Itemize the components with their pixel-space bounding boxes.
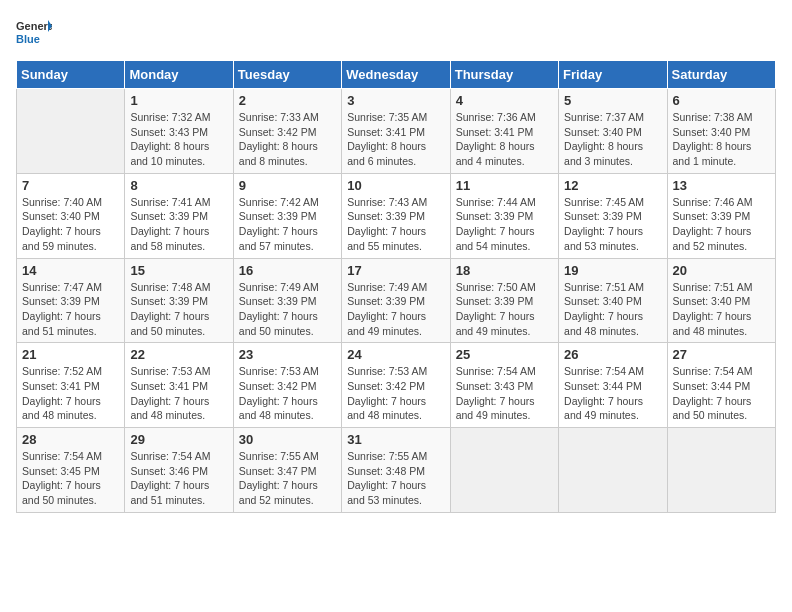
daylight: Daylight: 8 hours and 10 minutes. bbox=[130, 140, 209, 167]
calendar-cell: 13 Sunrise: 7:46 AM Sunset: 3:39 PM Dayl… bbox=[667, 173, 775, 258]
day-number: 4 bbox=[456, 93, 553, 108]
daylight: Daylight: 7 hours and 48 minutes. bbox=[239, 395, 318, 422]
sunset: Sunset: 3:39 PM bbox=[456, 295, 534, 307]
day-number: 8 bbox=[130, 178, 227, 193]
calendar-cell: 26 Sunrise: 7:54 AM Sunset: 3:44 PM Dayl… bbox=[559, 343, 667, 428]
day-number: 10 bbox=[347, 178, 444, 193]
sunset: Sunset: 3:40 PM bbox=[673, 295, 751, 307]
sunrise: Sunrise: 7:53 AM bbox=[347, 365, 427, 377]
day-number: 31 bbox=[347, 432, 444, 447]
sunset: Sunset: 3:39 PM bbox=[456, 210, 534, 222]
sunset: Sunset: 3:45 PM bbox=[22, 465, 100, 477]
day-number: 1 bbox=[130, 93, 227, 108]
sunrise: Sunrise: 7:54 AM bbox=[130, 450, 210, 462]
sunrise: Sunrise: 7:55 AM bbox=[239, 450, 319, 462]
sunrise: Sunrise: 7:42 AM bbox=[239, 196, 319, 208]
daylight: Daylight: 7 hours and 48 minutes. bbox=[564, 310, 643, 337]
daylight: Daylight: 7 hours and 48 minutes. bbox=[22, 395, 101, 422]
calendar-cell: 30 Sunrise: 7:55 AM Sunset: 3:47 PM Dayl… bbox=[233, 428, 341, 513]
daylight: Daylight: 7 hours and 51 minutes. bbox=[22, 310, 101, 337]
sunset: Sunset: 3:41 PM bbox=[456, 126, 534, 138]
sunset: Sunset: 3:46 PM bbox=[130, 465, 208, 477]
day-header-friday: Friday bbox=[559, 61, 667, 89]
daylight: Daylight: 7 hours and 59 minutes. bbox=[22, 225, 101, 252]
day-header-saturday: Saturday bbox=[667, 61, 775, 89]
calendar-cell bbox=[17, 89, 125, 174]
calendar-cell: 1 Sunrise: 7:32 AM Sunset: 3:43 PM Dayli… bbox=[125, 89, 233, 174]
calendar-cell: 9 Sunrise: 7:42 AM Sunset: 3:39 PM Dayli… bbox=[233, 173, 341, 258]
daylight: Daylight: 7 hours and 53 minutes. bbox=[347, 479, 426, 506]
svg-text:General: General bbox=[16, 20, 52, 32]
sunrise: Sunrise: 7:55 AM bbox=[347, 450, 427, 462]
calendar-cell: 27 Sunrise: 7:54 AM Sunset: 3:44 PM Dayl… bbox=[667, 343, 775, 428]
sunset: Sunset: 3:43 PM bbox=[130, 126, 208, 138]
sunset: Sunset: 3:42 PM bbox=[239, 126, 317, 138]
calendar-cell bbox=[667, 428, 775, 513]
calendar-cell bbox=[450, 428, 558, 513]
calendar-cell: 14 Sunrise: 7:47 AM Sunset: 3:39 PM Dayl… bbox=[17, 258, 125, 343]
sunset: Sunset: 3:39 PM bbox=[130, 295, 208, 307]
sunrise: Sunrise: 7:41 AM bbox=[130, 196, 210, 208]
day-header-thursday: Thursday bbox=[450, 61, 558, 89]
sunrise: Sunrise: 7:51 AM bbox=[673, 281, 753, 293]
calendar-cell: 24 Sunrise: 7:53 AM Sunset: 3:42 PM Dayl… bbox=[342, 343, 450, 428]
sunset: Sunset: 3:40 PM bbox=[673, 126, 751, 138]
day-number: 26 bbox=[564, 347, 661, 362]
logo: General Blue bbox=[16, 16, 52, 52]
sunrise: Sunrise: 7:49 AM bbox=[239, 281, 319, 293]
sunset: Sunset: 3:39 PM bbox=[239, 210, 317, 222]
sunrise: Sunrise: 7:51 AM bbox=[564, 281, 644, 293]
daylight: Daylight: 7 hours and 54 minutes. bbox=[456, 225, 535, 252]
sunrise: Sunrise: 7:32 AM bbox=[130, 111, 210, 123]
sunrise: Sunrise: 7:53 AM bbox=[239, 365, 319, 377]
sunset: Sunset: 3:39 PM bbox=[130, 210, 208, 222]
sunset: Sunset: 3:43 PM bbox=[456, 380, 534, 392]
daylight: Daylight: 7 hours and 53 minutes. bbox=[564, 225, 643, 252]
daylight: Daylight: 7 hours and 48 minutes. bbox=[673, 310, 752, 337]
sunrise: Sunrise: 7:37 AM bbox=[564, 111, 644, 123]
day-number: 9 bbox=[239, 178, 336, 193]
calendar-cell: 28 Sunrise: 7:54 AM Sunset: 3:45 PM Dayl… bbox=[17, 428, 125, 513]
calendar-cell: 19 Sunrise: 7:51 AM Sunset: 3:40 PM Dayl… bbox=[559, 258, 667, 343]
sunset: Sunset: 3:41 PM bbox=[347, 126, 425, 138]
calendar-cell: 3 Sunrise: 7:35 AM Sunset: 3:41 PM Dayli… bbox=[342, 89, 450, 174]
day-number: 19 bbox=[564, 263, 661, 278]
sunrise: Sunrise: 7:36 AM bbox=[456, 111, 536, 123]
day-number: 24 bbox=[347, 347, 444, 362]
svg-text:Blue: Blue bbox=[16, 33, 40, 45]
sunrise: Sunrise: 7:40 AM bbox=[22, 196, 102, 208]
sunset: Sunset: 3:40 PM bbox=[22, 210, 100, 222]
daylight: Daylight: 7 hours and 52 minutes. bbox=[673, 225, 752, 252]
calendar-cell: 23 Sunrise: 7:53 AM Sunset: 3:42 PM Dayl… bbox=[233, 343, 341, 428]
day-header-tuesday: Tuesday bbox=[233, 61, 341, 89]
calendar-cell bbox=[559, 428, 667, 513]
sunrise: Sunrise: 7:45 AM bbox=[564, 196, 644, 208]
sunrise: Sunrise: 7:54 AM bbox=[564, 365, 644, 377]
calendar-cell: 25 Sunrise: 7:54 AM Sunset: 3:43 PM Dayl… bbox=[450, 343, 558, 428]
calendar-cell: 21 Sunrise: 7:52 AM Sunset: 3:41 PM Dayl… bbox=[17, 343, 125, 428]
daylight: Daylight: 7 hours and 49 minutes. bbox=[347, 310, 426, 337]
day-number: 2 bbox=[239, 93, 336, 108]
day-number: 23 bbox=[239, 347, 336, 362]
daylight: Daylight: 8 hours and 4 minutes. bbox=[456, 140, 535, 167]
sunset: Sunset: 3:39 PM bbox=[347, 295, 425, 307]
daylight: Daylight: 7 hours and 50 minutes. bbox=[130, 310, 209, 337]
daylight: Daylight: 8 hours and 3 minutes. bbox=[564, 140, 643, 167]
sunrise: Sunrise: 7:35 AM bbox=[347, 111, 427, 123]
day-number: 11 bbox=[456, 178, 553, 193]
daylight: Daylight: 7 hours and 57 minutes. bbox=[239, 225, 318, 252]
daylight: Daylight: 7 hours and 48 minutes. bbox=[130, 395, 209, 422]
daylight: Daylight: 7 hours and 49 minutes. bbox=[456, 310, 535, 337]
sunrise: Sunrise: 7:33 AM bbox=[239, 111, 319, 123]
day-number: 28 bbox=[22, 432, 119, 447]
day-number: 15 bbox=[130, 263, 227, 278]
sunrise: Sunrise: 7:53 AM bbox=[130, 365, 210, 377]
calendar-cell: 17 Sunrise: 7:49 AM Sunset: 3:39 PM Dayl… bbox=[342, 258, 450, 343]
sunset: Sunset: 3:41 PM bbox=[130, 380, 208, 392]
day-number: 20 bbox=[673, 263, 770, 278]
daylight: Daylight: 7 hours and 51 minutes. bbox=[130, 479, 209, 506]
day-number: 3 bbox=[347, 93, 444, 108]
calendar-cell: 29 Sunrise: 7:54 AM Sunset: 3:46 PM Dayl… bbox=[125, 428, 233, 513]
sunset: Sunset: 3:40 PM bbox=[564, 295, 642, 307]
sunrise: Sunrise: 7:54 AM bbox=[673, 365, 753, 377]
